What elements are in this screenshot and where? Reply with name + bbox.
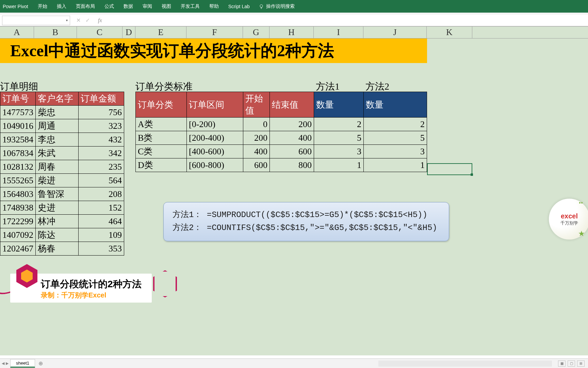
ribbon-tab-scriptlab[interactable]: Script Lab: [224, 0, 255, 13]
tab-scroll-buttons[interactable]: ◀ ▶: [0, 361, 10, 366]
column-header-C[interactable]: C: [77, 27, 122, 38]
table-cell[interactable]: 林冲: [36, 215, 79, 228]
table-cell[interactable]: 600: [270, 145, 314, 158]
ribbon-tab-pagelayout[interactable]: 页面布局: [71, 0, 100, 13]
table-cell[interactable]: 杨春: [36, 242, 79, 256]
table-cell[interactable]: 2: [314, 118, 364, 131]
table-cell[interactable]: A类: [136, 118, 187, 131]
table-cell[interactable]: [200-400): [187, 131, 243, 145]
lower-third-overlay: 订单分段统计的2种方法 录制：千万别学Excel: [10, 274, 152, 303]
table-cell[interactable]: 1748938: [0, 201, 36, 215]
ribbon-tab-review[interactable]: 审阅: [138, 0, 157, 13]
ribbon-tab-data[interactable]: 数据: [119, 0, 138, 13]
table-cell[interactable]: 208: [79, 187, 124, 201]
table-cell[interactable]: 200: [270, 118, 314, 131]
table-cell[interactable]: 600: [243, 158, 270, 172]
ribbon-tab-view[interactable]: 视图: [157, 0, 176, 13]
table-cell[interactable]: 1049016: [0, 119, 36, 133]
table-cell[interactable]: 1932584: [0, 133, 36, 147]
table-cell[interactable]: 2: [364, 118, 427, 131]
ribbon-tab-help[interactable]: 帮助: [205, 0, 224, 13]
table-cell[interactable]: [600-800): [187, 158, 243, 172]
cancel-formula-icon[interactable]: ✕: [76, 17, 81, 24]
chevron-down-icon[interactable]: ▾: [66, 18, 68, 22]
formula-callout: 方法1： =SUMPRODUCT(($C$5:$C$15>=G5)*($C$5:…: [163, 202, 449, 241]
column-header-K[interactable]: K: [427, 27, 472, 38]
ribbon-tab-powerpivot[interactable]: Power Pivot: [0, 0, 33, 13]
column-header-E[interactable]: E: [135, 27, 186, 38]
table-cell[interactable]: 464: [79, 215, 124, 228]
table-cell[interactable]: 鲁智深: [36, 187, 79, 201]
table-cell[interactable]: 109: [79, 228, 124, 242]
worksheet-area[interactable]: Excel中通过函数实现订单分段统计的2种方法 订单明细 订单分类标准 方法1 …: [0, 39, 588, 355]
table-cell[interactable]: 1722299: [0, 215, 36, 228]
table-cell[interactable]: 323: [79, 119, 124, 133]
table-cell[interactable]: 1: [314, 158, 364, 172]
page-layout-view-icon[interactable]: ▢: [568, 361, 575, 367]
section-label-method2: 方法2: [365, 80, 389, 93]
ribbon-tab-home[interactable]: 开始: [33, 0, 52, 13]
table-cell[interactable]: 400: [243, 145, 270, 158]
table-cell[interactable]: D类: [136, 158, 187, 172]
column-header-I[interactable]: I: [314, 27, 363, 38]
table-cell[interactable]: 1564803: [0, 187, 36, 201]
table-cell[interactable]: 3: [314, 145, 364, 158]
table-cell[interactable]: C类: [136, 145, 187, 158]
table-cell[interactable]: 342: [79, 147, 124, 160]
table-cell[interactable]: 李忠: [36, 133, 79, 147]
name-box[interactable]: ▾: [2, 16, 70, 25]
column-header-G[interactable]: G: [243, 27, 270, 38]
table-cell[interactable]: 1477573: [0, 106, 36, 119]
table-cell[interactable]: 152: [79, 201, 124, 215]
table-cell[interactable]: 235: [79, 160, 124, 174]
fx-icon[interactable]: fx: [98, 17, 102, 24]
table-cell[interactable]: 1: [364, 158, 427, 172]
table-cell[interactable]: 朱武: [36, 147, 79, 160]
table-cell[interactable]: [400-600): [187, 145, 243, 158]
table-cell[interactable]: B类: [136, 131, 187, 145]
table-cell[interactable]: [0-200): [187, 118, 243, 131]
table-cell[interactable]: 陈达: [36, 228, 79, 242]
table-cell[interactable]: 756: [79, 106, 124, 119]
table-cell[interactable]: 200: [243, 131, 270, 145]
table-cell[interactable]: 柴进: [36, 174, 79, 187]
ribbon-tab-developer[interactable]: 开发工具: [176, 0, 205, 13]
table-cell[interactable]: 5: [364, 131, 427, 145]
enter-formula-icon[interactable]: ✓: [85, 17, 90, 24]
sheet-tab-active[interactable]: sheet1: [10, 359, 35, 368]
table-cell[interactable]: 400: [270, 131, 314, 145]
column-header-D[interactable]: D: [122, 27, 135, 38]
table-cell[interactable]: 1067834: [0, 147, 36, 160]
table-cell[interactable]: 周春: [36, 160, 79, 174]
column-header-B[interactable]: B: [34, 27, 77, 38]
column-header-A[interactable]: A: [0, 27, 34, 38]
table-cell[interactable]: 周通: [36, 119, 79, 133]
table-cell[interactable]: 史进: [36, 201, 79, 215]
tell-me-search[interactable]: 操作说明搜索: [255, 3, 299, 10]
table-cell[interactable]: 柴忠: [36, 106, 79, 119]
horizontal-scrollbar[interactable]: [378, 361, 552, 367]
table-cell[interactable]: 5: [314, 131, 364, 145]
table-cell[interactable]: 1407092: [0, 228, 36, 242]
ribbon-tab-formulas[interactable]: 公式: [100, 0, 119, 13]
orders-header: 客户名字: [36, 92, 79, 106]
table-cell[interactable]: 564: [79, 174, 124, 187]
normal-view-icon[interactable]: ▦: [558, 361, 566, 367]
table-cell[interactable]: 1555265: [0, 174, 36, 187]
classification-table: 订单分类订单区间开始值结束值数量数量A类[0-200)020022B类[200-…: [135, 92, 427, 172]
table-cell[interactable]: 432: [79, 133, 124, 147]
column-header-H[interactable]: H: [270, 27, 314, 38]
table-cell[interactable]: 1202467: [0, 242, 36, 256]
column-header-F[interactable]: F: [186, 27, 243, 38]
formula-input[interactable]: [103, 16, 588, 25]
table-cell[interactable]: 800: [270, 158, 314, 172]
add-sheet-button[interactable]: ⊕: [38, 360, 43, 367]
table-cell[interactable]: 0: [243, 118, 270, 131]
table-cell[interactable]: 3: [364, 145, 427, 158]
selected-cell: [427, 163, 472, 175]
page-break-view-icon[interactable]: ⊞: [577, 361, 585, 367]
table-cell[interactable]: 353: [79, 242, 124, 256]
table-cell[interactable]: 1028132: [0, 160, 36, 174]
column-header-J[interactable]: J: [363, 27, 427, 38]
ribbon-tab-insert[interactable]: 插入: [52, 0, 71, 13]
